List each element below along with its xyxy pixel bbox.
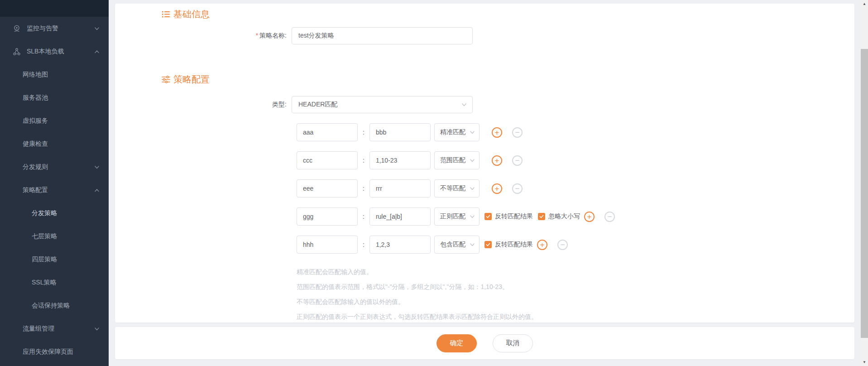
chevron-down-icon — [94, 26, 100, 31]
help-line: 不等匹配会匹配除输入的值以外的值。 — [297, 294, 854, 309]
rule-key-input[interactable] — [297, 179, 358, 197]
sidebar-header — [0, 0, 109, 17]
sidebar-item-dispatch-policy[interactable]: 分发策略 — [0, 202, 109, 225]
footer-action-bar: 确定 取消 — [115, 327, 854, 359]
type-select-value: HEADER匹配 — [298, 101, 337, 109]
rule-key-input[interactable] — [297, 151, 358, 169]
match-type-value: 不等匹配 — [440, 184, 465, 193]
help-line: 范围匹配的值表示范围，格式以"-"分隔，多组之间以","分隔，如：1,10-23… — [297, 279, 854, 294]
rule-row: : 正则匹配 反转匹配结果 忽略大小写 + − — [297, 207, 854, 226]
invert-match-checkbox[interactable]: 反转匹配结果 — [484, 212, 533, 221]
sidebar-item-policy-config[interactable]: 策略配置 — [0, 178, 109, 202]
match-type-value: 正则匹配 — [440, 212, 465, 221]
rule-key-input[interactable] — [297, 123, 358, 141]
chevron-up-icon — [94, 188, 100, 193]
policy-name-input[interactable] — [292, 27, 473, 44]
sliders-icon — [162, 75, 170, 84]
chevron-down-icon — [470, 242, 475, 247]
monitor-icon — [13, 24, 21, 33]
add-rule-button[interactable]: + — [492, 127, 502, 138]
rule-row: : 精准匹配 + − — [297, 123, 854, 141]
sidebar-item-session-persistence-policy[interactable]: 会话保持策略 — [0, 294, 109, 317]
content-area: 基础信息 *策略名称: 策略配置 类型: HEADER匹配 — [109, 0, 861, 366]
sidebar-item-label: 监控与告警 — [27, 24, 58, 33]
section-title-text: 基础信息 — [173, 8, 210, 20]
sidebar-item-label: 四层策略 — [32, 255, 57, 264]
rule-value-input[interactable] — [369, 179, 431, 197]
match-type-select[interactable]: 范围匹配 — [434, 151, 480, 169]
colon-separator: : — [363, 185, 364, 192]
sidebar-item-label: 流量组管理 — [23, 325, 54, 333]
invert-match-checkbox[interactable]: 反转匹配结果 — [484, 241, 533, 249]
colon-separator: : — [363, 157, 364, 164]
sidebar-item-label: SSL策略 — [32, 279, 56, 287]
match-type-select[interactable]: 不等匹配 — [434, 179, 480, 197]
add-rule-button[interactable]: + — [492, 155, 502, 166]
type-label: 类型: — [115, 101, 292, 109]
sidebar-item-traffic-group-mgmt[interactable]: 流量组管理 — [0, 317, 109, 340]
sidebar-menu: 监控与告警 SLB本地负载 网络地图 服务器池 虚拟服务 健康检查 — [0, 17, 109, 363]
match-type-select[interactable]: 正则匹配 — [434, 207, 480, 226]
match-type-value: 包含匹配 — [440, 241, 465, 249]
remove-rule-button[interactable]: − — [512, 155, 523, 166]
match-type-value: 精准匹配 — [440, 128, 465, 136]
sidebar-item-label: SLB本地负载 — [27, 48, 64, 56]
sidebar-item-label: 网络地图 — [23, 71, 48, 79]
sidebar-item-label: 应用失效保障页面 — [23, 348, 73, 356]
sidebar-item-l4-policy[interactable]: 四层策略 — [0, 248, 109, 271]
sidebar-item-slb-local-lb[interactable]: SLB本地负载 — [0, 40, 109, 63]
scroll-down-arrow-icon[interactable]: ▼ — [861, 358, 868, 366]
scrollbar-thumb[interactable] — [861, 49, 868, 338]
sidebar-item-virtual-service[interactable]: 虚拟服务 — [0, 109, 109, 132]
sidebar-item-health-check[interactable]: 健康检查 — [0, 132, 109, 155]
rule-value-input[interactable] — [369, 123, 431, 141]
sidebar-item-monitoring-alerts[interactable]: 监控与告警 — [0, 17, 109, 40]
chevron-down-icon — [461, 102, 467, 107]
sidebar-item-label: 服务器池 — [23, 94, 48, 102]
sidebar-item-label: 策略配置 — [23, 186, 48, 194]
sidebar-item-app-failure-page[interactable]: 应用失效保障页面 — [0, 340, 109, 363]
confirm-button[interactable]: 确定 — [436, 334, 477, 352]
checkbox-label: 忽略大小写 — [548, 212, 580, 221]
match-type-select[interactable]: 包含匹配 — [434, 236, 480, 254]
sidebar-item-label: 七层策略 — [32, 232, 57, 241]
rule-value-input[interactable] — [369, 151, 431, 169]
chevron-down-icon — [470, 130, 475, 135]
rule-row: : 不等匹配 + − — [297, 179, 854, 197]
sidebar-item-l7-policy[interactable]: 七层策略 — [0, 225, 109, 248]
rule-value-input[interactable] — [369, 207, 431, 226]
rule-key-input[interactable] — [297, 207, 358, 226]
sidebar-item-label: 分发策略 — [32, 209, 57, 217]
remove-rule-button[interactable]: − — [512, 183, 523, 194]
rule-key-input[interactable] — [297, 236, 358, 254]
match-help-text: 精准匹配会匹配输入的值。 范围匹配的值表示范围，格式以"-"分隔，多组之间以",… — [297, 265, 854, 323]
rule-value-input[interactable] — [369, 236, 431, 254]
checkbox-checked-icon — [484, 241, 492, 248]
help-line: 精准匹配会匹配输入的值。 — [297, 265, 854, 279]
rule-row: : 范围匹配 + − — [297, 151, 854, 169]
checkbox-label: 反转匹配结果 — [495, 241, 533, 249]
add-rule-button[interactable]: + — [492, 183, 502, 194]
match-type-row: 类型: HEADER匹配 — [115, 96, 854, 113]
scroll-up-arrow-icon[interactable]: ▲ — [861, 0, 868, 8]
add-rule-button[interactable]: + — [537, 240, 547, 250]
match-type-select[interactable]: 精准匹配 — [434, 123, 480, 141]
chevron-down-icon — [470, 186, 475, 191]
sidebar-item-dispatch-rules[interactable]: 分发规则 — [0, 155, 109, 178]
cancel-button[interactable]: 取消 — [493, 334, 533, 352]
ignore-case-checkbox[interactable]: 忽略大小写 — [538, 212, 580, 221]
remove-rule-button[interactable]: − — [604, 212, 615, 222]
sidebar-item-network-map[interactable]: 网络地图 — [0, 63, 109, 86]
policy-config-section-title: 策略配置 — [162, 73, 854, 85]
policy-name-row: *策略名称: — [115, 27, 854, 44]
policy-name-label: *策略名称: — [115, 32, 292, 40]
match-type-value: 范围匹配 — [440, 156, 465, 164]
remove-rule-button[interactable]: − — [557, 240, 568, 250]
sidebar-item-server-pool[interactable]: 服务器池 — [0, 86, 109, 109]
basic-info-section-title: 基础信息 — [162, 8, 854, 20]
sidebar-item-ssl-policy[interactable]: SSL策略 — [0, 271, 109, 294]
add-rule-button[interactable]: + — [584, 212, 595, 222]
type-select[interactable]: HEADER匹配 — [292, 96, 473, 113]
app-window: 监控与告警 SLB本地负载 网络地图 服务器池 虚拟服务 健康检查 — [0, 0, 868, 366]
remove-rule-button[interactable]: − — [512, 127, 523, 138]
